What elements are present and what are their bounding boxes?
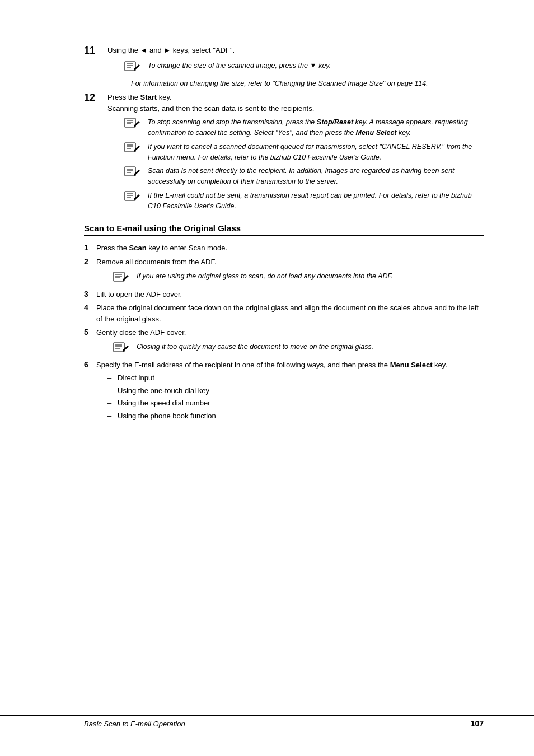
list-text-direct: Direct input [118,372,154,384]
dash-2: – [107,385,118,396]
footer-title: Basic Scan to E-mail Operation [84,720,185,728]
note-icon-12d [124,191,144,205]
svg-rect-4 [125,118,135,127]
note-svg-11a [124,61,140,73]
substep-5-content: Gently close the ADF cover. [96,327,484,338]
step-11: 11 Using the ◄ and ► keys, select "ADF". [84,45,484,57]
note-svg-12b [124,142,140,155]
substep-2-notes: If you are using the original glass to s… [96,271,484,286]
list-item-direct: – Direct input [107,372,484,384]
note-svg-12d [124,191,140,203]
note-icon-12c [124,166,144,180]
note-11a-extra: For information on changing the size, re… [131,78,484,89]
note-12c: Scan data is not sent directly to the re… [124,166,484,187]
page: 11 Using the ◄ and ► keys, select "ADF".… [0,0,534,756]
list-text-phonebook: Using the phone book function [118,410,216,422]
note-icon-11a [124,61,144,75]
note-svg-2a [113,272,129,284]
note-text-11a-extra: For information on changing the size, re… [131,80,428,87]
substep-1: 1 Press the Scan key to enter Scan mode. [84,242,484,254]
footer: Basic Scan to E-mail Operation 107 [0,715,534,728]
dash-1: – [107,372,118,384]
substep-4-content: Place the original document face down on… [96,302,484,324]
substep-5-notes: Closing it too quickly may cause the doc… [96,342,484,356]
note-11a: To change the size of the scanned image,… [124,60,484,75]
note-svg-12a [124,118,140,130]
substep-1-content: Press the Scan key to enter Scan mode. [96,242,484,254]
note-text-12c: Scan data is not sent directly to the re… [148,166,484,187]
svg-rect-0 [125,62,135,71]
svg-rect-12 [125,167,135,176]
section-heading: Scan to E-mail using the Original Glass [84,223,484,236]
svg-rect-24 [114,343,124,352]
step-12-subtext: Scanning starts, and then the scan data … [107,104,314,113]
note-12b: If you want to cancel a scanned document… [124,142,484,163]
note-svg-5a [113,342,129,354]
step-12-number: 12 [84,92,107,104]
list-item-onetouch: – Using the one-touch dial key [107,385,484,396]
step-11-notes: To change the size of the scanned image,… [107,60,484,89]
note-12d: If the E-mail could not be sent, a trans… [124,190,484,212]
substep-4-number: 4 [84,302,96,314]
note-text-5a: Closing it too quickly may cause the doc… [137,342,373,352]
substep-6-list: – Direct input – Using the one-touch dia… [107,372,484,421]
note-text-11a: To change the size of the scanned image,… [148,60,331,71]
list-item-speed: – Using the speed dial number [107,398,484,409]
note-12a: To stop scanning and stop the transmissi… [124,117,484,138]
step-12-text: Press the Start key. [107,93,172,101]
list-text-onetouch: Using the one-touch dial key [118,385,209,396]
step-12-notes: To stop scanning and stop the transmissi… [107,117,484,211]
substep-2-content: Remove all documents from the ADF. [96,256,484,268]
note-text-12d: If the E-mail could not be sent, a trans… [148,190,484,212]
substep-1-number: 1 [84,242,96,254]
step-12: 12 Press the Start key. Scanning starts,… [84,92,484,114]
svg-rect-16 [125,192,135,200]
substep-2-number: 2 [84,256,96,268]
substep-2: 2 Remove all documents from the ADF. [84,256,484,268]
substep-6-text: Specify the E-mail address of the recipi… [96,361,447,369]
substep-3: 3 Lift to open the ADF cover. [84,289,484,300]
substep-6-number: 6 [84,360,96,371]
step-12-content: Press the Start key. Scanning starts, an… [107,92,484,114]
note-icon-2a [113,272,133,286]
note-svg-12c [124,166,140,179]
note-2a: If you are using the original glass to s… [113,271,484,286]
svg-rect-20 [114,272,124,281]
note-icon-12b [124,142,144,156]
substep-3-number: 3 [84,289,96,300]
dash-3: – [107,398,118,409]
list-text-speed: Using the speed dial number [118,398,210,409]
substep-5: 5 Gently close the ADF cover. [84,327,484,338]
step-11-content: Using the ◄ and ► keys, select "ADF". [107,45,484,56]
footer-page: 107 [471,719,484,728]
dash-4: – [107,410,118,422]
note-text-12b: If you want to cancel a scanned document… [148,142,484,163]
note-text-2a: If you are using the original glass to s… [137,271,393,282]
list-item-phonebook: – Using the phone book function [107,410,484,422]
substep-5-number: 5 [84,327,96,338]
note-icon-12a [124,118,144,132]
substep-4: 4 Place the original document face down … [84,302,484,324]
note-icon-5a [113,342,133,356]
step-11-number: 11 [84,45,107,57]
svg-rect-8 [125,143,135,152]
note-5a: Closing it too quickly may cause the doc… [113,342,484,356]
substep-6-content: Specify the E-mail address of the recipi… [96,360,484,424]
note-text-12a: To stop scanning and stop the transmissi… [148,117,484,138]
substep-6: 6 Specify the E-mail address of the reci… [84,360,484,424]
substep-3-content: Lift to open the ADF cover. [96,289,484,300]
